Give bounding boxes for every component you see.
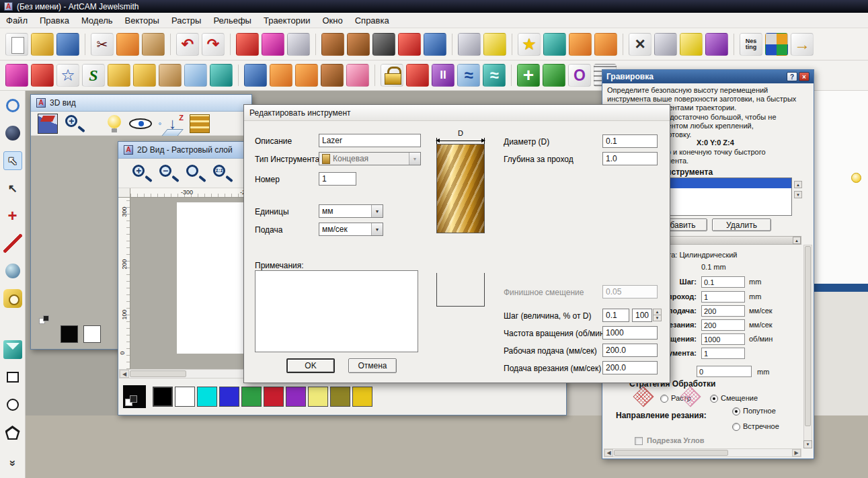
more-chevrons-icon[interactable] bbox=[3, 454, 22, 473]
list-down-arrow[interactable]: ▼ bbox=[794, 191, 802, 198]
node-groups-icon[interactable] bbox=[569, 33, 592, 56]
color-swatch[interactable] bbox=[61, 325, 78, 343]
menu-item-edit[interactable]: Правка bbox=[34, 13, 75, 28]
star-wizard-icon[interactable] bbox=[518, 33, 541, 56]
param-input[interactable] bbox=[701, 319, 745, 331]
paint-sphere-icon[interactable] bbox=[3, 262, 22, 280]
light-bulb-icon[interactable] bbox=[106, 114, 122, 134]
scroll-down-arrow[interactable]: ▼ bbox=[803, 440, 812, 448]
cone-relief-icon[interactable] bbox=[31, 64, 54, 87]
new-document-icon[interactable] bbox=[5, 33, 28, 56]
ring-relief-icon[interactable] bbox=[159, 64, 182, 87]
vector-shapes-icon[interactable] bbox=[5, 64, 28, 87]
select-diamond-icon[interactable] bbox=[483, 33, 506, 56]
remove-tool-button[interactable]: Удалить bbox=[712, 218, 771, 231]
open-folder-icon[interactable] bbox=[31, 33, 54, 56]
scroll-left-arrow[interactable]: ◀ bbox=[120, 370, 129, 378]
visibility-eye-icon[interactable] bbox=[128, 114, 153, 134]
scroll-left-arrow[interactable]: ◀ bbox=[604, 449, 613, 456]
rectangle-shape-icon[interactable] bbox=[3, 368, 22, 387]
stepdown-input[interactable] bbox=[602, 152, 658, 165]
help-button[interactable]: ? bbox=[787, 72, 797, 81]
color-swatch[interactable] bbox=[83, 325, 101, 343]
swirl-tool-icon[interactable] bbox=[406, 64, 429, 87]
palette-swatch[interactable] bbox=[330, 387, 350, 407]
offset-radio-label[interactable]: Смещение bbox=[721, 394, 758, 402]
feedrate-input[interactable] bbox=[602, 344, 658, 357]
scrollbar-thumb[interactable] bbox=[130, 370, 186, 377]
spiral-relief-icon[interactable] bbox=[270, 64, 292, 87]
column-tool-icon[interactable] bbox=[432, 64, 455, 87]
menu-item-toolpaths[interactable]: Траектории bbox=[258, 13, 317, 28]
node-move-icon[interactable] bbox=[3, 206, 22, 225]
offset-radio[interactable] bbox=[710, 395, 718, 403]
param-input[interactable] bbox=[701, 276, 745, 288]
zoom-icon[interactable] bbox=[63, 114, 83, 134]
palette-swatch[interactable] bbox=[219, 387, 239, 407]
collapse-arrow[interactable]: ▲ bbox=[793, 237, 801, 244]
cut-icon[interactable] bbox=[91, 33, 114, 56]
delete-x-icon[interactable] bbox=[629, 33, 652, 56]
zoom-out-icon[interactable] bbox=[157, 163, 180, 184]
zoom-1to1-icon[interactable]: 1:1 bbox=[211, 163, 234, 184]
menu-item-window[interactable]: Окно bbox=[316, 13, 348, 28]
allowance-input[interactable] bbox=[697, 366, 752, 377]
spinner-down-arrow[interactable]: ▼ bbox=[653, 315, 662, 321]
bear-relief-icon[interactable] bbox=[321, 64, 344, 87]
copy-icon[interactable] bbox=[116, 33, 139, 56]
polygon-shape-icon[interactable] bbox=[3, 423, 22, 442]
param-input[interactable] bbox=[701, 305, 745, 317]
palette-swatch[interactable] bbox=[264, 387, 284, 407]
vector-doctor-icon[interactable] bbox=[262, 33, 284, 56]
measure-pen-icon[interactable] bbox=[3, 234, 22, 253]
palette-swatch[interactable] bbox=[352, 387, 372, 407]
protractor-icon[interactable] bbox=[654, 33, 677, 56]
undo-icon[interactable] bbox=[176, 33, 199, 56]
model-bear-texture-icon[interactable] bbox=[347, 33, 370, 56]
zoom-in-icon[interactable] bbox=[130, 163, 153, 184]
param-input[interactable] bbox=[701, 333, 745, 345]
save-icon[interactable] bbox=[56, 33, 79, 56]
stepover-percent-input[interactable] bbox=[632, 309, 652, 322]
palette-swatch[interactable] bbox=[308, 387, 328, 407]
dome-relief-icon[interactable] bbox=[133, 64, 156, 87]
panel-horizontal-scrollbar[interactable]: ◀ ▶ bbox=[604, 448, 801, 457]
palette-swatch[interactable] bbox=[175, 387, 195, 407]
close-panel-button[interactable] bbox=[799, 72, 810, 81]
climb-radio-label[interactable]: Попутное bbox=[743, 407, 776, 415]
palette-swatch[interactable] bbox=[286, 387, 306, 407]
nesting-icon[interactable] bbox=[740, 33, 762, 56]
ribbon-flower-icon[interactable] bbox=[705, 33, 728, 56]
wave-relief-icon[interactable] bbox=[457, 64, 480, 87]
menu-item-model[interactable]: Модель bbox=[75, 13, 119, 28]
layer-colors-icon[interactable] bbox=[123, 385, 146, 408]
cancel-button[interactable]: Отмена bbox=[348, 358, 397, 373]
dropdown-arrow-icon[interactable] bbox=[371, 205, 383, 217]
description-input[interactable] bbox=[319, 134, 421, 147]
hint-lightbulb-icon[interactable] bbox=[851, 173, 861, 183]
scrollbar-thumb[interactable] bbox=[805, 246, 811, 426]
palette-swatch[interactable] bbox=[241, 387, 262, 407]
sculpt-tool-icon[interactable] bbox=[398, 33, 421, 56]
notes-textarea[interactable] bbox=[255, 270, 418, 352]
script-s-icon[interactable] bbox=[82, 64, 105, 87]
wireframe-sphere-icon[interactable] bbox=[424, 33, 446, 56]
lock-tool-icon[interactable] bbox=[381, 64, 403, 87]
palette-swatch[interactable] bbox=[197, 387, 217, 407]
diamond-relief-icon[interactable] bbox=[244, 64, 267, 87]
ellipse-tool-icon[interactable] bbox=[568, 64, 591, 87]
window-titlebar[interactable]: (Без имени) - ArtCAM Jewelsmith bbox=[0, 0, 868, 13]
feed-units-combo[interactable]: мм/сек bbox=[319, 223, 383, 236]
greyscale-model-icon[interactable] bbox=[372, 33, 395, 56]
ok-button[interactable]: OK bbox=[286, 358, 335, 373]
eraser-icon[interactable] bbox=[458, 33, 481, 56]
erase-knife-icon[interactable] bbox=[236, 33, 259, 56]
tool-type-combo[interactable]: Концевая bbox=[319, 152, 421, 165]
view-cube-icon[interactable] bbox=[38, 114, 58, 134]
globe-icon[interactable] bbox=[3, 124, 22, 143]
blob-model-icon[interactable] bbox=[680, 33, 703, 56]
export-arrow-icon[interactable] bbox=[791, 33, 814, 56]
menu-item-reliefs[interactable]: Рельефы bbox=[207, 13, 258, 28]
redo-icon[interactable] bbox=[202, 33, 225, 56]
model-bear-icon[interactable] bbox=[321, 33, 344, 56]
